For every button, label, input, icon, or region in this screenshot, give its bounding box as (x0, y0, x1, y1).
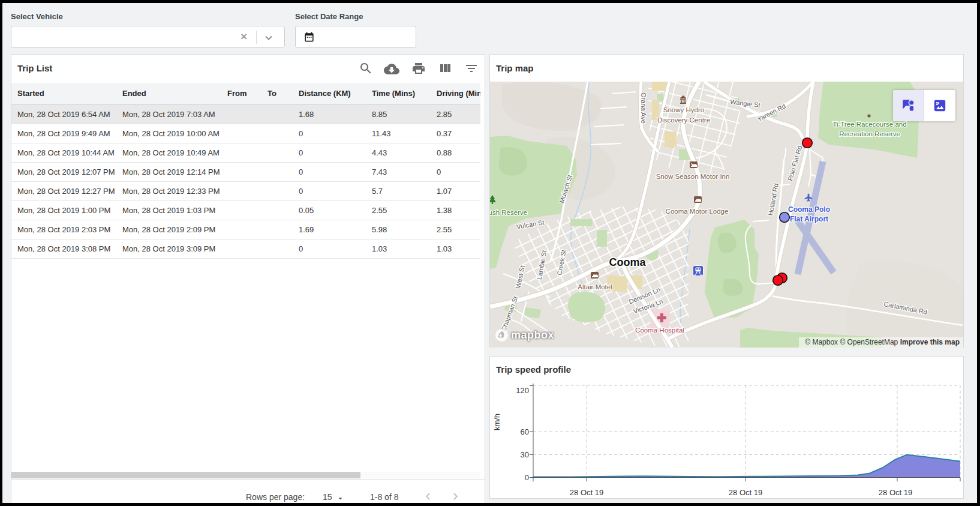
svg-text:Orana Ave: Orana Ave (640, 92, 647, 124)
svg-text:Cooma Motor Lodge: Cooma Motor Lodge (666, 208, 729, 215)
svg-text:Discovery Centre: Discovery Centre (657, 116, 710, 124)
svg-text:km/h: km/h (492, 414, 501, 430)
svg-text:28 Oct 19: 28 Oct 19 (570, 488, 603, 497)
svg-text:Cooma: Cooma (609, 256, 646, 268)
svg-text:120: 120 (516, 386, 529, 395)
svg-text:Creek St: Creek St (555, 249, 567, 276)
svg-text:Bush Reserve: Bush Reserve (490, 209, 527, 216)
svg-text:Cooma Hospital: Cooma Hospital (635, 327, 684, 334)
svg-text:M: M (682, 100, 685, 103)
svg-text:Cooma Polo: Cooma Polo (788, 205, 830, 214)
svg-text:Snowy Hydro: Snowy Hydro (663, 106, 704, 113)
svg-text:West St: West St (514, 265, 526, 289)
svg-text:28 Oct 19: 28 Oct 19 (729, 488, 762, 497)
svg-text:28 Oct 19: 28 Oct 19 (879, 488, 912, 497)
svg-text:Flat Airport: Flat Airport (790, 215, 828, 223)
svg-text:0: 0 (525, 473, 529, 482)
svg-text:Holland Rd: Holland Rd (766, 182, 779, 216)
svg-text:30: 30 (521, 450, 529, 459)
svg-text:Recreation Reserve: Recreation Reserve (839, 130, 900, 137)
svg-text:Lambie St: Lambie St (536, 250, 548, 280)
svg-text:Altair Motel: Altair Motel (578, 283, 612, 291)
svg-text:Ti-Tree Racecourse and: Ti-Tree Racecourse and (832, 121, 906, 128)
svg-text:60: 60 (521, 427, 529, 436)
svg-text:Snow Season Motor Inn: Snow Season Motor Inn (656, 173, 730, 180)
